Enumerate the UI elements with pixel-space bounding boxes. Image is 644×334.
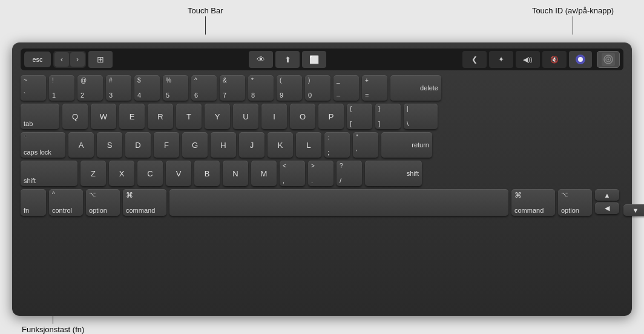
- key-fn[interactable]: fn: [21, 189, 46, 216]
- key-shift-left[interactable]: shift: [21, 161, 77, 186]
- key-8[interactable]: * 8: [248, 75, 274, 101]
- key-period[interactable]: > .: [308, 161, 334, 186]
- key-e[interactable]: E: [119, 104, 145, 129]
- number-row: ~ ` ! 1 @ 2 # 3 $ 4 % 5: [21, 75, 623, 101]
- key-t[interactable]: T: [176, 104, 202, 129]
- key-p[interactable]: P: [318, 104, 344, 129]
- key-option-right[interactable]: ⌥ option: [558, 189, 592, 216]
- touchbar: esc ‹ › ⊞ 👁 ⬆ ⬜ ❮ ✦ ◀)) 🔇: [21, 48, 623, 70]
- key-command-right[interactable]: ⌘ command: [511, 189, 555, 216]
- key-tab[interactable]: tab: [21, 104, 59, 129]
- key-rows: ~ ` ! 1 @ 2 # 3 $ 4 % 5: [21, 75, 623, 216]
- tb-brightness-down-btn[interactable]: ❮: [462, 51, 487, 68]
- zxcv-row: shift Z X C V B N M < , > . ? / shift: [21, 161, 623, 186]
- key-shift-right[interactable]: shift: [365, 161, 422, 186]
- key-command-left[interactable]: ⌘ command: [123, 189, 166, 216]
- bottom-row: fn ^ control ⌥ option ⌘ command ⌘ comman…: [21, 189, 623, 216]
- key-left-bracket[interactable]: { [: [347, 104, 372, 129]
- key-a[interactable]: A: [68, 132, 94, 158]
- tb-touchid-btn[interactable]: [597, 51, 620, 68]
- key-6[interactable]: ^ 6: [191, 75, 217, 101]
- key-w[interactable]: W: [91, 104, 116, 129]
- key-l[interactable]: L: [296, 132, 321, 158]
- key-9[interactable]: ( 9: [277, 75, 302, 101]
- tb-back-btn[interactable]: ‹: [54, 52, 69, 67]
- asdf-row: caps lock A S D F G H J K L : ; " ' retu…: [21, 132, 623, 158]
- key-7[interactable]: & 7: [220, 75, 245, 101]
- key-c[interactable]: C: [137, 161, 163, 186]
- key-4[interactable]: $ 4: [134, 75, 160, 101]
- key-1[interactable]: ! 1: [49, 75, 74, 101]
- fn-label: Funksjonstast (fn): [22, 325, 84, 334]
- key-5[interactable]: % 5: [163, 75, 188, 101]
- key-y[interactable]: Y: [205, 104, 230, 129]
- key-right-bracket[interactable]: } ]: [375, 104, 401, 129]
- key-0[interactable]: ) 0: [305, 75, 330, 101]
- key-q[interactable]: Q: [62, 104, 88, 129]
- key-arrow-down[interactable]: ▼: [623, 204, 644, 216]
- tb-volume-btn[interactable]: ◀)): [516, 51, 540, 68]
- key-quote[interactable]: " ': [353, 132, 378, 158]
- key-minus[interactable]: _ –: [334, 75, 359, 101]
- tb-eye-btn[interactable]: 👁: [249, 51, 273, 68]
- svg-point-5: [608, 59, 610, 61]
- svg-point-1: [578, 57, 583, 62]
- key-n[interactable]: N: [223, 161, 248, 186]
- key-return[interactable]: return: [381, 132, 432, 158]
- key-b[interactable]: B: [194, 161, 220, 186]
- key-v[interactable]: V: [166, 161, 191, 186]
- touchbar-annotation: Touch Bar: [188, 6, 223, 35]
- key-o[interactable]: O: [290, 104, 315, 129]
- key-j[interactable]: J: [239, 132, 264, 158]
- key-x[interactable]: X: [109, 161, 134, 186]
- key-g[interactable]: G: [182, 132, 208, 158]
- key-z[interactable]: Z: [80, 161, 106, 186]
- touchid-label: Touch ID (av/på-knapp): [532, 6, 614, 15]
- key-f[interactable]: F: [154, 132, 179, 158]
- fn-annotation: Funksjonstast (fn): [22, 313, 84, 334]
- key-space[interactable]: [169, 189, 508, 216]
- key-u[interactable]: U: [233, 104, 258, 129]
- key-i[interactable]: I: [261, 104, 287, 129]
- key-option-left[interactable]: ⌥ option: [86, 189, 120, 216]
- key-arrow-left[interactable]: ◀: [595, 202, 619, 214]
- key-d[interactable]: D: [125, 132, 151, 158]
- key-backtick[interactable]: ~ `: [21, 75, 46, 101]
- qwerty-row: tab Q W E R T Y U I O P { [ } ] | \: [21, 104, 623, 129]
- key-capslock[interactable]: caps lock: [21, 132, 65, 158]
- tb-nav-group: ‹ ›: [53, 51, 86, 68]
- key-r[interactable]: R: [148, 104, 173, 129]
- key-2[interactable]: @ 2: [77, 75, 103, 101]
- tb-siri-btn[interactable]: [569, 51, 592, 68]
- key-equals[interactable]: + =: [362, 75, 387, 101]
- tb-mute-btn[interactable]: 🔇: [542, 51, 567, 68]
- key-k[interactable]: K: [268, 132, 293, 158]
- esc-key[interactable]: esc: [24, 52, 51, 67]
- touchid-annotation: Touch ID (av/på-knapp): [532, 6, 614, 35]
- key-h[interactable]: H: [211, 132, 236, 158]
- key-comma[interactable]: < ,: [280, 161, 305, 186]
- key-slash[interactable]: ? /: [337, 161, 362, 186]
- tb-grid-btn[interactable]: ⊞: [88, 51, 113, 68]
- key-s[interactable]: S: [97, 132, 122, 158]
- key-arrow-up[interactable]: ▲: [595, 189, 619, 201]
- keyboard: esc ‹ › ⊞ 👁 ⬆ ⬜ ❮ ✦ ◀)) 🔇: [12, 42, 632, 316]
- touchbar-label: Touch Bar: [188, 6, 223, 15]
- tb-forward-btn[interactable]: ›: [70, 52, 85, 67]
- tb-brightness-btn[interactable]: ✦: [489, 51, 513, 68]
- key-semicolon[interactable]: : ;: [324, 132, 350, 158]
- tb-tv-btn[interactable]: ⬜: [302, 51, 326, 68]
- key-delete[interactable]: delete: [390, 75, 441, 101]
- key-control[interactable]: ^ control: [49, 189, 83, 216]
- capslock-indicator: [24, 135, 27, 138]
- key-m[interactable]: M: [251, 161, 277, 186]
- tb-share-btn[interactable]: ⬆: [275, 51, 300, 68]
- key-backslash[interactable]: | \: [404, 104, 438, 129]
- key-3[interactable]: # 3: [106, 75, 131, 101]
